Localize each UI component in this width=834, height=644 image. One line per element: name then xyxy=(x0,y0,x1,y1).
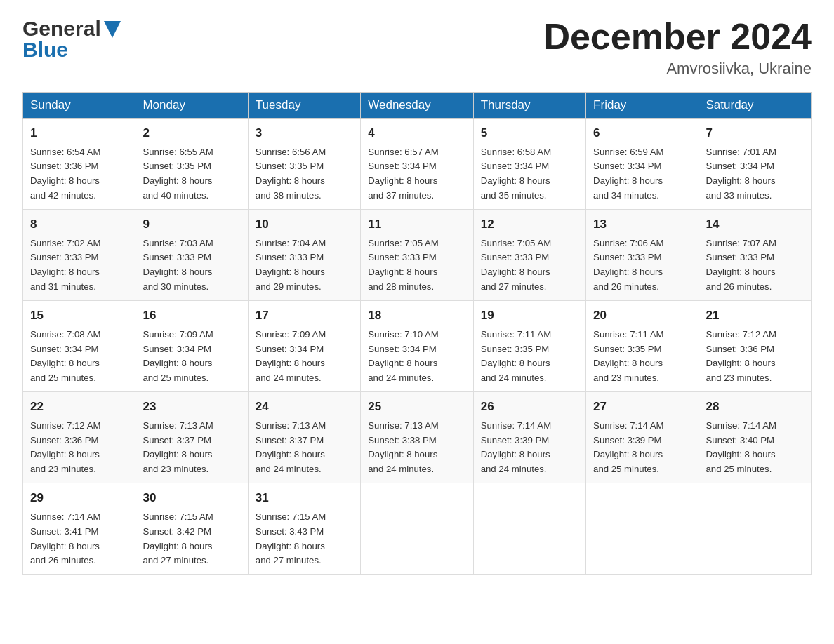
day-number: 6 xyxy=(593,124,691,142)
day-daylight2: and 35 minutes. xyxy=(481,190,547,201)
day-daylight2: and 24 minutes. xyxy=(256,464,322,474)
table-row xyxy=(473,483,585,575)
day-sunrise: Sunrise: 7:05 AM xyxy=(481,238,551,248)
day-sunrise: Sunrise: 7:11 AM xyxy=(593,329,663,340)
day-daylight2: and 37 minutes. xyxy=(368,190,434,201)
table-row: 24 Sunrise: 7:13 AM Sunset: 3:37 PM Dayl… xyxy=(248,392,360,483)
day-sunrise: Sunrise: 7:15 AM xyxy=(143,511,213,522)
day-daylight2: and 24 minutes. xyxy=(368,464,434,474)
week-row-1: 1 Sunrise: 6:54 AM Sunset: 3:36 PM Dayli… xyxy=(23,119,812,210)
day-daylight: Daylight: 8 hours xyxy=(593,358,663,368)
day-number: 7 xyxy=(706,124,804,142)
days-of-week-row: SundayMondayTuesdayWednesdayThursdayFrid… xyxy=(23,93,812,119)
day-number: 11 xyxy=(368,215,465,234)
day-daylight: Daylight: 8 hours xyxy=(143,267,212,277)
day-sunrise: Sunrise: 7:05 AM xyxy=(368,238,438,248)
day-number: 2 xyxy=(143,124,240,142)
header-saturday: Saturday xyxy=(699,93,811,119)
day-sunrise: Sunrise: 6:54 AM xyxy=(30,147,100,157)
header-monday: Monday xyxy=(135,93,248,119)
table-row: 29 Sunrise: 7:14 AM Sunset: 3:41 PM Dayl… xyxy=(23,483,135,575)
day-sunset: Sunset: 3:39 PM xyxy=(481,435,550,445)
day-sunset: Sunset: 3:35 PM xyxy=(143,161,211,171)
day-number: 1 xyxy=(30,124,128,142)
day-daylight2: and 24 minutes. xyxy=(256,373,322,383)
day-sunset: Sunset: 3:34 PM xyxy=(593,161,662,171)
day-sunrise: Sunrise: 7:04 AM xyxy=(256,238,326,248)
page-header: General Blue December 2024 Amvrosiivka, … xyxy=(22,17,812,78)
day-sunrise: Sunrise: 7:14 AM xyxy=(481,420,551,431)
day-daylight: Daylight: 8 hours xyxy=(593,267,663,277)
day-sunset: Sunset: 3:34 PM xyxy=(368,161,437,171)
day-sunset: Sunset: 3:33 PM xyxy=(143,252,211,262)
day-sunset: Sunset: 3:34 PM xyxy=(706,161,775,171)
table-row: 7 Sunrise: 7:01 AM Sunset: 3:34 PM Dayli… xyxy=(699,119,811,210)
table-row: 16 Sunrise: 7:09 AM Sunset: 3:34 PM Dayl… xyxy=(135,301,248,392)
day-sunset: Sunset: 3:35 PM xyxy=(256,161,324,171)
day-daylight: Daylight: 8 hours xyxy=(30,541,100,551)
day-daylight: Daylight: 8 hours xyxy=(30,449,100,459)
day-daylight2: and 25 minutes. xyxy=(143,373,208,383)
week-row-2: 8 Sunrise: 7:02 AM Sunset: 3:33 PM Dayli… xyxy=(23,210,812,301)
logo-general-text: General xyxy=(22,17,101,41)
day-number: 29 xyxy=(30,489,128,507)
day-number: 22 xyxy=(30,398,128,416)
table-row: 21 Sunrise: 7:12 AM Sunset: 3:36 PM Dayl… xyxy=(699,301,811,392)
table-row: 17 Sunrise: 7:09 AM Sunset: 3:34 PM Dayl… xyxy=(248,301,360,392)
table-row: 18 Sunrise: 7:10 AM Sunset: 3:34 PM Dayl… xyxy=(361,301,473,392)
table-row: 12 Sunrise: 7:05 AM Sunset: 3:33 PM Dayl… xyxy=(473,210,585,301)
day-daylight2: and 27 minutes. xyxy=(256,555,322,565)
day-sunrise: Sunrise: 7:10 AM xyxy=(368,329,438,340)
day-sunrise: Sunrise: 7:13 AM xyxy=(143,420,213,431)
day-daylight2: and 24 minutes. xyxy=(481,373,547,383)
day-daylight: Daylight: 8 hours xyxy=(481,267,550,277)
svg-marker-0 xyxy=(104,21,121,38)
logo-icon xyxy=(102,18,122,41)
day-number: 9 xyxy=(143,215,240,234)
day-daylight: Daylight: 8 hours xyxy=(368,449,437,459)
day-daylight2: and 23 minutes. xyxy=(706,373,772,383)
day-sunset: Sunset: 3:42 PM xyxy=(143,526,211,537)
day-number: 27 xyxy=(593,398,691,416)
table-row: 9 Sunrise: 7:03 AM Sunset: 3:33 PM Dayli… xyxy=(135,210,248,301)
day-sunset: Sunset: 3:41 PM xyxy=(30,526,99,537)
day-sunset: Sunset: 3:33 PM xyxy=(593,252,662,262)
day-sunrise: Sunrise: 7:07 AM xyxy=(706,238,776,248)
day-sunrise: Sunrise: 7:14 AM xyxy=(593,420,663,431)
table-row: 28 Sunrise: 7:14 AM Sunset: 3:40 PM Dayl… xyxy=(699,392,811,483)
header-wednesday: Wednesday xyxy=(361,93,473,119)
day-daylight: Daylight: 8 hours xyxy=(256,175,325,186)
table-row: 13 Sunrise: 7:06 AM Sunset: 3:33 PM Dayl… xyxy=(586,210,699,301)
day-daylight2: and 24 minutes. xyxy=(481,464,547,474)
day-sunrise: Sunrise: 7:13 AM xyxy=(256,420,326,431)
day-sunrise: Sunrise: 6:56 AM xyxy=(256,147,326,157)
day-number: 24 xyxy=(256,398,353,416)
day-sunset: Sunset: 3:39 PM xyxy=(593,435,662,445)
day-sunrise: Sunrise: 7:01 AM xyxy=(706,147,776,157)
day-number: 26 xyxy=(481,398,578,416)
table-row: 5 Sunrise: 6:58 AM Sunset: 3:34 PM Dayli… xyxy=(473,119,585,210)
day-number: 30 xyxy=(143,489,240,507)
day-sunrise: Sunrise: 6:58 AM xyxy=(481,147,551,157)
day-sunrise: Sunrise: 7:12 AM xyxy=(706,329,776,340)
day-sunrise: Sunrise: 6:55 AM xyxy=(143,147,213,157)
day-daylight: Daylight: 8 hours xyxy=(481,358,550,368)
day-sunrise: Sunrise: 7:06 AM xyxy=(593,238,663,248)
day-daylight: Daylight: 8 hours xyxy=(706,449,776,459)
day-sunset: Sunset: 3:33 PM xyxy=(256,252,324,262)
day-daylight2: and 23 minutes. xyxy=(30,464,96,474)
table-row: 4 Sunrise: 6:57 AM Sunset: 3:34 PM Dayli… xyxy=(361,119,473,210)
table-row: 3 Sunrise: 6:56 AM Sunset: 3:35 PM Dayli… xyxy=(248,119,360,210)
table-row: 15 Sunrise: 7:08 AM Sunset: 3:34 PM Dayl… xyxy=(23,301,135,392)
day-number: 28 xyxy=(706,398,804,416)
day-sunset: Sunset: 3:37 PM xyxy=(143,435,211,445)
day-sunset: Sunset: 3:40 PM xyxy=(706,435,775,445)
day-sunset: Sunset: 3:33 PM xyxy=(706,252,775,262)
day-daylight: Daylight: 8 hours xyxy=(256,449,325,459)
day-daylight: Daylight: 8 hours xyxy=(706,358,776,368)
day-daylight2: and 25 minutes. xyxy=(30,373,96,383)
table-row: 31 Sunrise: 7:15 AM Sunset: 3:43 PM Dayl… xyxy=(248,483,360,575)
day-daylight: Daylight: 8 hours xyxy=(30,267,100,277)
week-row-5: 29 Sunrise: 7:14 AM Sunset: 3:41 PM Dayl… xyxy=(23,483,812,575)
day-daylight2: and 25 minutes. xyxy=(593,464,659,474)
